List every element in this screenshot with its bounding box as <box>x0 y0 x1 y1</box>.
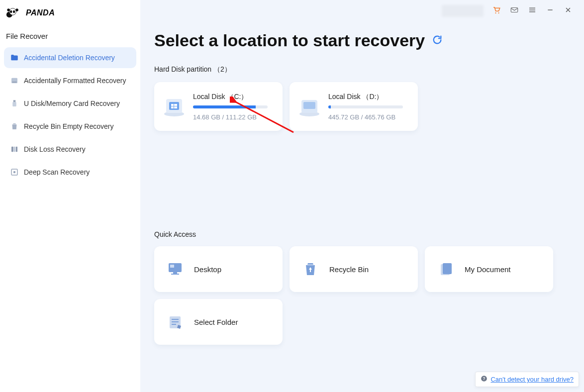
quick-label: My Document <box>465 265 511 274</box>
sidebar-item-deep-scan[interactable]: Deep Scan Recovery <box>4 162 136 183</box>
disk-name: Local Disk （C:） <box>193 93 275 101</box>
user-info-blurred <box>442 5 484 17</box>
disk-usage-text: 445.72 GB / 465.76 GB <box>328 113 410 121</box>
brand-logo: PANDA <box>4 4 136 31</box>
sidebar-nav: Accidental Deletion Recovery Accidentall… <box>4 47 136 183</box>
svg-rect-11 <box>14 147 16 152</box>
sidebar-item-label: Accidentally Formatted Recovery <box>24 77 126 85</box>
folder-icon <box>10 53 19 62</box>
help-link[interactable]: Can't detect your hard drive? <box>490 376 574 383</box>
quick-access-grid: Desktop Recycle Bin My Document Select F… <box>154 246 570 345</box>
svg-rect-8 <box>13 100 16 102</box>
svg-rect-12 <box>16 147 17 152</box>
main-panel: Select a location to start recovery Hard… <box>140 0 584 392</box>
svg-rect-27 <box>171 274 179 275</box>
svg-point-15 <box>495 12 496 13</box>
documents-icon <box>436 259 456 279</box>
svg-point-5 <box>15 8 18 11</box>
window-titlebar <box>431 0 584 22</box>
windows-disk-icon <box>162 96 186 117</box>
sidebar-item-recycle-recovery[interactable]: Recycle Bin Empty Recovery <box>4 116 136 137</box>
refresh-button[interactable] <box>432 34 443 47</box>
svg-rect-7 <box>12 82 17 83</box>
minimize-button[interactable] <box>545 6 555 16</box>
close-button[interactable] <box>563 6 573 16</box>
svg-point-14 <box>13 171 16 174</box>
partition-count: （2） <box>213 65 231 73</box>
hamburger-icon <box>528 5 537 16</box>
recycle-bin-icon <box>300 259 320 279</box>
mail-button[interactable] <box>509 6 519 16</box>
disk-drive-icon <box>297 96 321 117</box>
desktop-icon <box>165 259 185 279</box>
sidebar-item-disk-loss[interactable]: Disk Loss Recovery <box>4 139 136 160</box>
svg-rect-10 <box>11 147 13 152</box>
close-icon <box>564 6 572 16</box>
quick-desktop[interactable]: Desktop <box>154 246 283 292</box>
svg-rect-9 <box>12 102 16 106</box>
partition-icon <box>10 145 19 154</box>
quick-label: Desktop <box>194 265 221 274</box>
quick-my-document[interactable]: My Document <box>425 246 553 292</box>
disk-card-c[interactable]: Local Disk （C:） 14.68 GB / 111.22 GB <box>154 82 283 131</box>
page-title: Select a location to start recovery <box>154 31 425 50</box>
svg-rect-29 <box>443 263 452 274</box>
quick-label: Select Folder <box>194 318 238 326</box>
partition-label-text: Hard Disk partition <box>154 65 211 73</box>
sidebar-item-usb-recovery[interactable]: U Disk/Memory Card Recovery <box>4 93 136 114</box>
sidebar-item-label: U Disk/Memory Card Recovery <box>24 99 120 107</box>
disk-icon <box>10 76 19 85</box>
quick-recycle-bin[interactable]: Recycle Bin <box>290 246 418 292</box>
sidebar-item-accidental-deletion[interactable]: Accidental Deletion Recovery <box>4 47 136 68</box>
usb-icon <box>10 99 19 108</box>
trash-icon <box>10 122 19 131</box>
sidebar-item-formatted-recovery[interactable]: Accidentally Formatted Recovery <box>4 70 136 91</box>
quick-label: Recycle Bin <box>329 265 369 274</box>
svg-text:?: ? <box>483 377 486 381</box>
refresh-icon <box>432 38 443 47</box>
help-link-card[interactable]: ? Can't detect your hard drive? <box>475 372 579 387</box>
sidebar-item-label: Deep Scan Recovery <box>24 168 90 176</box>
sidebar-item-label: Accidental Deletion Recovery <box>24 54 115 62</box>
panda-logo-icon <box>6 7 23 19</box>
page-title-row: Select a location to start recovery <box>154 31 570 50</box>
svg-point-16 <box>498 12 499 13</box>
svg-point-2 <box>10 10 12 13</box>
mail-icon <box>510 5 519 16</box>
svg-point-3 <box>13 10 15 13</box>
cart-button[interactable] <box>491 6 501 16</box>
sidebar-section-title: File Recover <box>4 31 136 47</box>
svg-rect-23 <box>303 102 315 109</box>
brand-name: PANDA <box>26 8 55 17</box>
menu-button[interactable] <box>527 6 537 16</box>
disk-card-d[interactable]: Local Disk （D:） 445.72 GB / 465.76 GB <box>290 82 418 131</box>
disk-name: Local Disk （D:） <box>328 93 410 101</box>
svg-rect-17 <box>511 8 518 12</box>
disk-info: Local Disk （D:） 445.72 GB / 465.76 GB <box>328 93 410 121</box>
select-folder-icon <box>165 312 185 332</box>
svg-point-4 <box>7 8 10 11</box>
help-icon: ? <box>481 375 487 384</box>
disk-usage-bar <box>193 105 268 108</box>
svg-rect-25 <box>170 265 174 268</box>
minimize-icon <box>546 6 554 16</box>
sidebar: PANDA File Recover Accidental Deletion R… <box>0 0 140 392</box>
disk-usage-bar <box>328 105 403 108</box>
disk-usage-text: 14.68 GB / 111.22 GB <box>193 113 275 121</box>
disk-list: Local Disk （C:） 14.68 GB / 111.22 GB Loc… <box>154 82 570 131</box>
app-window: PANDA File Recover Accidental Deletion R… <box>0 0 584 392</box>
disk-info: Local Disk （C:） 14.68 GB / 111.22 GB <box>193 93 275 121</box>
sidebar-item-label: Disk Loss Recovery <box>24 145 86 153</box>
cart-icon <box>492 5 501 16</box>
quick-select-folder[interactable]: Select Folder <box>154 299 283 345</box>
scan-icon <box>10 168 19 177</box>
quick-access-label: Quick Access <box>154 230 570 238</box>
svg-rect-26 <box>173 272 177 274</box>
partition-section-label: Hard Disk partition （2） <box>154 65 570 74</box>
sidebar-item-label: Recycle Bin Empty Recovery <box>24 122 114 130</box>
